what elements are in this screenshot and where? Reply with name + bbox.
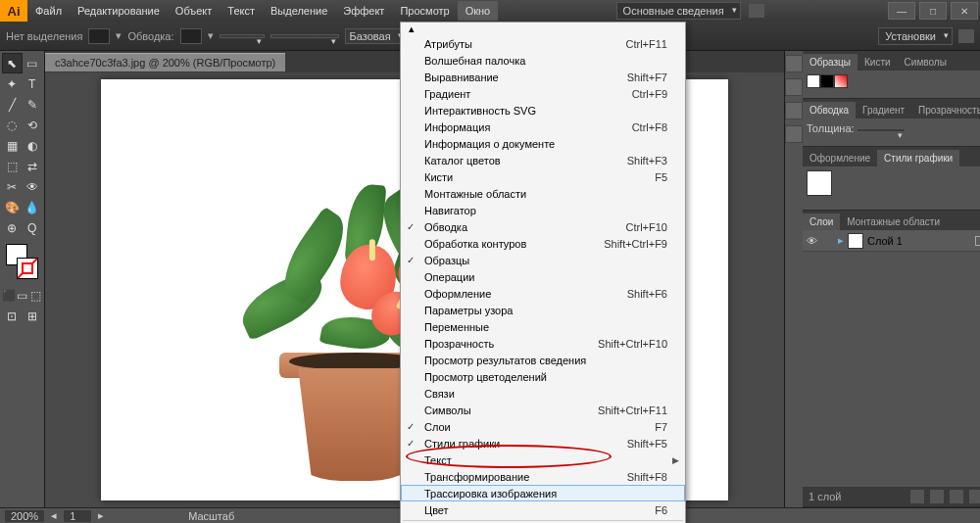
menu-item-цвет[interactable]: ЦветF6 (401, 501, 685, 518)
locate-icon[interactable] (910, 490, 924, 503)
tool-12[interactable]: ✂ (2, 176, 23, 197)
menu-item-связи[interactable]: Связи (401, 385, 685, 402)
panel-icon[interactable] (785, 125, 803, 143)
panel-icon[interactable] (785, 102, 803, 119)
tool-8[interactable]: ▦ (2, 135, 23, 156)
tool-16[interactable]: ⊕ (2, 217, 23, 238)
stroke-color[interactable] (17, 258, 38, 279)
menu-item-трассировка-изображения[interactable]: Трассировка изображения (401, 485, 685, 501)
maximize-button[interactable]: □ (919, 2, 947, 20)
scroll-up-icon[interactable]: ▴ (409, 23, 415, 35)
menu-item-просмотр-цветоделений[interactable]: Просмотр цветоделений (401, 368, 685, 385)
menu-редактирование[interactable]: Редактирование (70, 1, 168, 21)
menu-item-информация[interactable]: ИнформацияCtrl+F8 (401, 119, 685, 135)
tool-1[interactable]: ▭ (23, 53, 42, 73)
menu-item-параметры-узора[interactable]: Параметры узора (401, 302, 685, 318)
tab-обводка[interactable]: Обводка (803, 102, 856, 119)
tool-14[interactable]: 🎨 (2, 197, 23, 217)
menu-item-кисти[interactable]: КистиF5 (401, 168, 685, 185)
menu-item-слои[interactable]: ✓СлоиF7 (401, 418, 685, 435)
menu-текст[interactable]: Текст (220, 1, 263, 21)
menu-item-обводка[interactable]: ✓ОбводкаCtrl+F10 (401, 218, 685, 235)
menu-item-оформление[interactable]: ОформлениеShift+F6 (401, 285, 685, 302)
tool-13[interactable]: 👁 (23, 176, 43, 197)
menu-item-символы[interactable]: СимволыShift+Ctrl+F11 (401, 402, 685, 418)
menu-item-градиент[interactable]: ГрадиентCtrl+F9 (401, 85, 685, 102)
document-tab[interactable]: c3ahce70c3fa3.jpg @ 200% (RGB/Просмотр) (45, 53, 285, 71)
stroke-weight-field[interactable] (857, 128, 906, 132)
menu-item-каталог-цветов[interactable]: Каталог цветовShift+F3 (401, 152, 685, 168)
menu-item-образцы[interactable]: ✓Образцы (401, 252, 685, 268)
color-mode[interactable]: ⬛ (2, 285, 16, 306)
tab-прозрачность[interactable]: Прозрачность (911, 102, 980, 119)
tool-2[interactable]: ✦ (2, 73, 23, 94)
doc-setup-dropdown[interactable]: Установки (878, 27, 953, 45)
menu-файл[interactable]: Файл (27, 1, 70, 21)
menu-item-выравнивание[interactable]: ВыравниваниеShift+F7 (401, 69, 685, 85)
screen-mode[interactable]: ⊡ (2, 306, 23, 326)
menu-просмотр[interactable]: Просмотр (392, 1, 457, 21)
tab-стили графики[interactable]: Стили графики (877, 150, 959, 166)
tool-11[interactable]: ⇄ (23, 156, 43, 176)
screen-mode[interactable]: ⊞ (23, 306, 43, 326)
close-button[interactable]: ✕ (951, 2, 978, 20)
workspace-switcher[interactable]: Основные сведения (616, 2, 741, 20)
new-sublayer-icon[interactable] (930, 490, 944, 503)
menu-item-стили-графики[interactable]: ✓Стили графикиShift+F5 (401, 435, 685, 452)
tab-монтажные области[interactable]: Монтажные области (840, 214, 947, 230)
tool-6[interactable]: ◌ (2, 115, 23, 135)
tool-7[interactable]: ⟲ (23, 115, 43, 135)
fill-swatch[interactable] (88, 28, 110, 44)
stroke-swatch[interactable] (180, 28, 202, 44)
menu-эффект[interactable]: Эффект (335, 1, 392, 21)
tab-слои[interactable]: Слои (803, 214, 840, 230)
search-icon[interactable] (749, 4, 764, 18)
menu-выделение[interactable]: Выделение (263, 1, 335, 21)
style-thumbnail[interactable] (807, 170, 832, 196)
menu-объект[interactable]: Объект (168, 1, 220, 21)
nav-prev-icon[interactable]: ◂ (51, 509, 57, 522)
menu-item-переменные[interactable]: Переменные (401, 318, 685, 335)
artboard-nav[interactable]: 1 (63, 509, 92, 523)
menu-item-операции[interactable]: Операции (401, 268, 685, 285)
menu-item-трансформирование[interactable]: ТрансформированиеShift+F8 (401, 468, 685, 485)
menu-item-волшебная-палочка[interactable]: Волшебная палочка (401, 52, 685, 69)
tool-0[interactable]: ⬉ (2, 53, 23, 73)
zoom-level[interactable]: 200% (4, 509, 45, 523)
menu-item-прозрачность[interactable]: ПрозрачностьShift+Ctrl+F10 (401, 335, 685, 352)
layer-target-icon[interactable] (975, 236, 980, 246)
menu-окно[interactable]: Окно (458, 1, 499, 21)
style-dropdown[interactable]: Базовая (345, 28, 406, 44)
brush-dropdown[interactable] (270, 34, 339, 38)
new-layer-icon[interactable] (950, 490, 963, 503)
tool-5[interactable]: ✎ (23, 94, 43, 115)
tool-17[interactable]: Q (23, 217, 43, 238)
color-mode[interactable]: ⬚ (29, 285, 43, 306)
tab-градиент[interactable]: Градиент (856, 102, 911, 119)
tab-символы[interactable]: Символы (898, 54, 954, 71)
menu-item-атрибуты[interactable]: АтрибутыCtrl+F11 (401, 35, 685, 52)
stroke-weight-dropdown[interactable] (220, 34, 265, 38)
trash-icon[interactable] (969, 490, 980, 503)
menu-item-информация-о-документе[interactable]: Информация о документе (401, 135, 685, 152)
minimize-button[interactable]: — (888, 2, 915, 20)
menu-item-просмотр-результатов-сведения[interactable]: Просмотр результатов сведения (401, 352, 685, 368)
color-mode[interactable]: ▭ (16, 285, 29, 306)
layer-row[interactable]: 👁 ▸ Слой 1 (803, 230, 980, 252)
panel-icon[interactable] (785, 78, 803, 96)
menu-item-навигатор[interactable]: Навигатор (401, 202, 685, 218)
tool-10[interactable]: ⬚ (2, 156, 23, 176)
align-icon[interactable] (958, 29, 974, 43)
menu-item-обработка-контуров[interactable]: Обработка контуровShift+Ctrl+F9 (401, 235, 685, 252)
menu-item-монтажные-области[interactable]: Монтажные области (401, 185, 685, 202)
tab-образцы[interactable]: Образцы (803, 54, 858, 71)
tab-оформление[interactable]: Оформление (803, 150, 877, 166)
tab-кисти[interactable]: Кисти (858, 54, 898, 71)
menu-item-текст[interactable]: Текст▶ (401, 452, 685, 468)
nav-next-icon[interactable]: ▸ (98, 509, 104, 522)
tool-9[interactable]: ◐ (23, 135, 43, 156)
menu-item-интерактивность-svg[interactable]: Интерактивность SVG (401, 102, 685, 119)
tool-15[interactable]: 💧 (23, 197, 43, 217)
tool-3[interactable]: T (23, 73, 43, 94)
visibility-icon[interactable]: 👁 (807, 235, 820, 247)
